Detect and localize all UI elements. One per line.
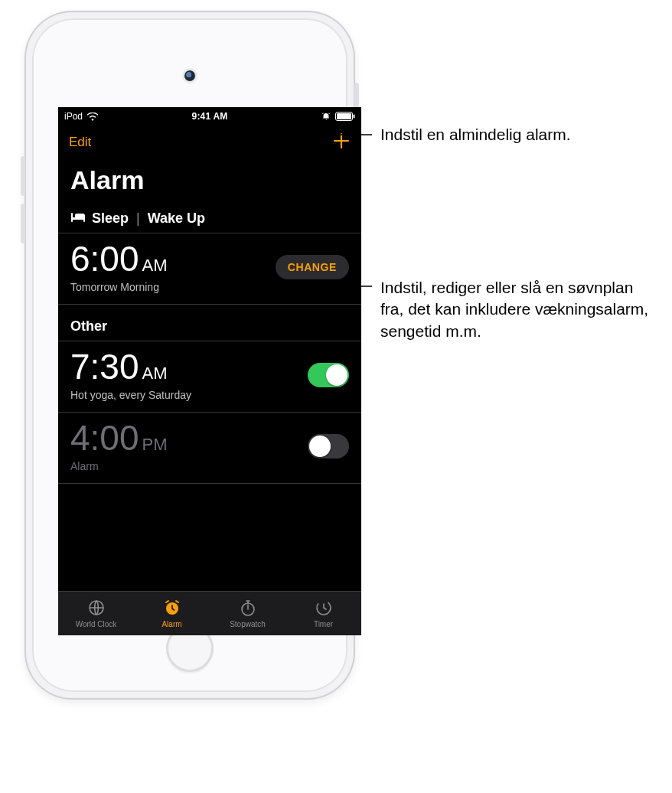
alarm-sub: Alarm	[70, 460, 168, 472]
sleep-section-header: Sleep | Wake Up	[58, 206, 361, 233]
sleep-alarm-time: 6:00	[70, 241, 139, 276]
bed-icon	[70, 210, 86, 227]
status-bar: iPod 9:41 AM	[58, 107, 361, 126]
navigation-bar: Edit	[58, 126, 361, 158]
tab-label: Stopwatch	[230, 620, 266, 628]
toggle-knob	[309, 436, 331, 457]
timer-icon	[315, 599, 333, 618]
sleep-alarm-ampm: AM	[142, 257, 168, 274]
alarm-clock-icon	[163, 599, 181, 618]
wake-label: Wake Up	[148, 210, 205, 227]
sleep-label: Sleep	[92, 210, 129, 227]
sleep-alarm-row[interactable]: 6:00 AM Tomorrow Morning CHANGE	[58, 233, 361, 305]
wifi-icon	[87, 113, 98, 121]
alarm-time: 4:00	[70, 420, 139, 455]
alarm-ampm: AM	[142, 365, 168, 382]
add-alarm-button[interactable]	[332, 132, 351, 153]
tab-label: Alarm	[161, 620, 181, 628]
callout-change: Indstil, rediger eller slå en søvnplan f…	[380, 277, 656, 342]
callout-add: Indstil en almindelig alarm.	[380, 124, 571, 145]
alarm-status-icon	[321, 112, 331, 121]
alarm-time: 7:30	[70, 349, 139, 384]
tab-stopwatch[interactable]: Stopwatch	[210, 592, 285, 635]
globe-icon	[87, 599, 106, 618]
svg-rect-1	[337, 113, 351, 119]
toggle-knob	[326, 364, 347, 386]
sleep-alarm-sub: Tomorrow Morning	[70, 281, 168, 293]
tab-bar: World Clock Alarm Stopwatch	[58, 591, 361, 635]
device-bezel: iPod 9:41 AM Edit	[32, 18, 347, 692]
status-carrier: iPod	[64, 111, 83, 122]
front-camera	[184, 70, 195, 81]
volume-down-button[interactable]	[21, 204, 25, 243]
change-button[interactable]: CHANGE	[276, 255, 349, 279]
tab-world-clock[interactable]: World Clock	[58, 592, 134, 635]
other-section-header: Other	[58, 305, 361, 341]
status-time: 9:41 AM	[192, 111, 228, 122]
alarm-toggle[interactable]	[308, 363, 349, 387]
alarm-row[interactable]: 7:30 AM Hot yoga, every Saturday	[58, 341, 361, 413]
tab-timer[interactable]: Timer	[285, 592, 361, 635]
tab-alarm[interactable]: Alarm	[134, 592, 210, 635]
alarm-sub: Hot yoga, every Saturday	[70, 389, 191, 401]
device-frame: iPod 9:41 AM Edit	[24, 11, 355, 700]
volume-up-button[interactable]	[21, 156, 25, 196]
alarm-ampm: PM	[142, 436, 168, 453]
sleep-separator: |	[136, 210, 140, 227]
stopwatch-icon	[239, 599, 257, 618]
edit-button[interactable]: Edit	[69, 135, 91, 150]
screen: iPod 9:41 AM Edit	[58, 107, 361, 635]
tab-label: World Clock	[76, 620, 117, 628]
alarm-row[interactable]: 4:00 PM Alarm	[58, 413, 361, 484]
alarm-toggle[interactable]	[308, 434, 349, 459]
battery-icon	[335, 112, 355, 121]
plus-icon	[332, 132, 351, 150]
svg-rect-2	[354, 115, 355, 119]
page-title: Alarm	[58, 158, 361, 206]
tab-label: Timer	[314, 620, 333, 628]
